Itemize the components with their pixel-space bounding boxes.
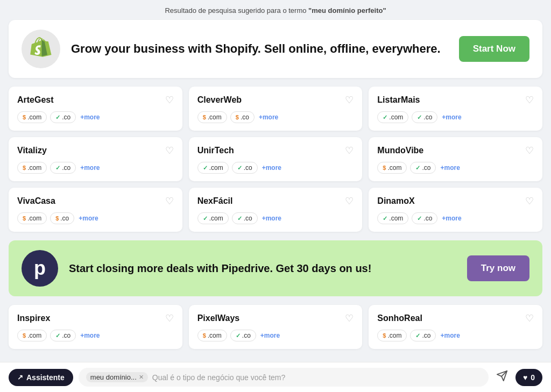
tag-check[interactable]: ✓.co [50, 330, 76, 341]
favorite-heart-icon[interactable]: ♡ [525, 94, 534, 106]
domain-name: DinamoX [377, 196, 414, 206]
domain-tags: ✓.com✓.co+more [197, 212, 354, 224]
favorites-button[interactable]: ♥ 0 [515, 369, 542, 386]
pipedrive-banner: p Start closing more deals with Pipedriv… [9, 240, 542, 296]
tag-check[interactable]: ✓.co [412, 111, 437, 123]
tag-more[interactable]: +more [258, 111, 283, 123]
domain-card: DinamoX♡✓.com✓.co+more [369, 188, 542, 232]
domain-tags: $.com$.co+more [197, 111, 354, 123]
tag-dollar[interactable]: $.com [17, 162, 47, 174]
tag-more[interactable]: +more [441, 111, 466, 123]
domain-name: CleverWeb [197, 95, 242, 105]
tag-dollar[interactable]: $.com [17, 212, 47, 224]
tag-check[interactable]: ✓.co [50, 162, 76, 174]
tag-dollar[interactable]: $.com [197, 330, 227, 341]
chat-input-area[interactable]: meu domínio... ✕ Qual é o tipo de negóci… [79, 368, 489, 387]
domain-card: VivaCasa♡$.com$.co+more [9, 188, 182, 232]
domain-tags: ✓.com✓.co+more [377, 212, 534, 224]
tag-more[interactable]: +more [261, 162, 286, 174]
pipedrive-try-button[interactable]: Try now [467, 255, 529, 281]
favorite-heart-icon[interactable]: ♡ [165, 195, 174, 207]
domain-cards-grid-top: ArteGest♡$.com✓.co+moreCleverWeb♡$.com$.… [9, 87, 542, 232]
pipedrive-text: Start closing more deals with Pipedrive.… [69, 261, 456, 276]
domain-name: Vitalizy [17, 146, 47, 155]
domain-card: MundoVibe♡$.com✓.co+more [369, 137, 542, 181]
domain-tags: $.com✓.co+more [17, 330, 174, 341]
tag-dollar[interactable]: $.com [197, 111, 227, 123]
tag-more[interactable]: +more [261, 212, 286, 224]
domain-cards-grid-bottom: Inspirex♡$.com✓.co+morePixelWays♡$.com✓.… [9, 305, 542, 349]
domain-card: ListarMais♡✓.com✓.co+more [369, 87, 542, 131]
tag-check[interactable]: ✓.co [410, 162, 436, 174]
input-tag: meu domínio... ✕ [86, 372, 148, 382]
domain-card: Inspirex♡$.com✓.co+more [9, 305, 182, 349]
domain-card: UnirTech♡✓.com✓.co+more [189, 137, 363, 181]
tag-check[interactable]: ✓.com [377, 111, 408, 123]
domain-name: VivaCasa [17, 196, 55, 206]
shopify-logo-svg [29, 37, 53, 61]
tag-dollar[interactable]: $.com [17, 330, 47, 341]
tag-check[interactable]: ✓.co [232, 162, 258, 174]
favorites-count: 0 [531, 373, 535, 382]
tag-check[interactable]: ✓.co [50, 111, 76, 123]
domain-name: SonhoReal [377, 313, 422, 323]
domain-tags: $.com$.co+more [17, 212, 174, 224]
tag-dollar[interactable]: $.co [230, 111, 255, 123]
tag-check[interactable]: ✓.co [232, 212, 258, 224]
input-tag-text: meu domínio... [90, 373, 137, 381]
tag-more[interactable]: +more [439, 162, 464, 174]
favorite-heart-icon[interactable]: ♡ [345, 94, 354, 106]
shopify-text: Grow your business with Shopify. Sell on… [71, 41, 448, 57]
tag-dollar[interactable]: $.com [377, 330, 407, 341]
tag-more[interactable]: +more [441, 212, 466, 224]
favorite-heart-icon[interactable]: ♡ [165, 145, 174, 156]
tag-check[interactable]: ✓.com [197, 162, 229, 174]
tag-more[interactable]: +more [79, 330, 104, 341]
domain-card: PixelWays♡$.com✓.co+more [189, 305, 363, 349]
tag-more[interactable]: +more [259, 330, 285, 341]
shopify-logo [22, 30, 60, 68]
assistente-icon: ↗ [17, 373, 23, 381]
domain-name: MundoVibe [377, 146, 423, 155]
favorite-heart-icon[interactable]: ♡ [525, 145, 534, 156]
pipedrive-logo: p [22, 250, 58, 287]
shopify-start-button[interactable]: Start Now [459, 36, 529, 62]
tag-check[interactable]: ✓.co [410, 330, 436, 341]
tag-check[interactable]: ✓.com [197, 212, 229, 224]
domain-name: ListarMais [377, 95, 420, 105]
domain-tags: ✓.com✓.co+more [377, 111, 534, 123]
tag-check[interactable]: ✓.co [230, 330, 256, 341]
tag-more[interactable]: +more [439, 330, 464, 341]
favorite-heart-icon[interactable]: ♡ [345, 145, 354, 156]
favorite-heart-icon[interactable]: ♡ [165, 94, 174, 106]
input-placeholder-text: Qual é o tipo de negócio que você tem? [152, 373, 481, 382]
input-tag-close[interactable]: ✕ [139, 374, 144, 381]
tag-dollar[interactable]: $.com [377, 162, 407, 174]
tag-check[interactable]: ✓.com [377, 212, 408, 224]
tag-more[interactable]: +more [77, 212, 103, 224]
shopify-banner: Grow your business with Shopify. Sell on… [9, 20, 542, 78]
favorite-heart-icon[interactable]: ♡ [525, 312, 534, 324]
bottom-bar: ↗ Assistente meu domínio... ✕ Qual é o t… [0, 362, 551, 392]
assistente-label: Assistente [26, 373, 65, 382]
domain-tags: $.com✓.co+more [17, 162, 174, 174]
favorite-heart-icon[interactable]: ♡ [525, 195, 534, 207]
domain-tags: $.com✓.co+more [17, 111, 174, 123]
domain-name: UnirTech [197, 146, 234, 155]
domain-card: SonhoReal♡$.com✓.co+more [369, 305, 542, 349]
send-button[interactable] [494, 368, 510, 387]
tag-dollar[interactable]: $.com [17, 111, 47, 123]
favorite-heart-icon[interactable]: ♡ [345, 312, 354, 324]
tag-more[interactable]: +more [79, 111, 104, 123]
tag-dollar[interactable]: $.co [50, 212, 74, 224]
favorite-heart-icon[interactable]: ♡ [345, 195, 354, 207]
page-wrapper: Resultado de pesquisa sugerido para o te… [0, 0, 551, 392]
tag-check[interactable]: ✓.co [412, 212, 437, 224]
domain-name: ArteGest [17, 95, 54, 105]
domain-card: ArteGest♡$.com✓.co+more [9, 87, 182, 131]
domain-card: Vitalizy♡$.com✓.co+more [9, 137, 182, 181]
assistente-button[interactable]: ↗ Assistente [9, 369, 73, 386]
favorite-heart-icon[interactable]: ♡ [165, 312, 174, 324]
tag-more[interactable]: +more [79, 162, 104, 174]
domain-name: NexFácil [197, 196, 233, 206]
